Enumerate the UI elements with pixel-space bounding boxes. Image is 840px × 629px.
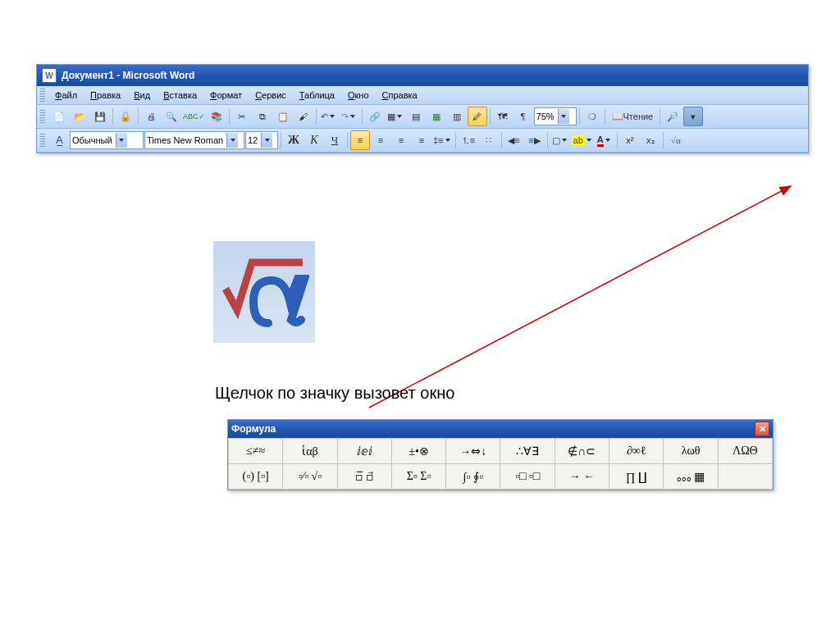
copy-icon[interactable]: ⧉ (253, 107, 272, 126)
word-app-icon: W (42, 68, 57, 83)
hyperlink-icon[interactable]: 🔗 (365, 107, 385, 126)
toolbar-separator (617, 132, 618, 148)
open-icon[interactable]: 📂 (70, 107, 89, 126)
line-spacing-icon[interactable]: ‡≡ (432, 130, 453, 150)
close-button[interactable]: ✕ (755, 422, 769, 436)
integral-button[interactable]: ∫▫ ∮▫ (446, 464, 500, 489)
toolbar-separator (347, 132, 348, 148)
fence-templates-button[interactable]: (▫) [▫] (229, 464, 283, 489)
equation-editor-button[interactable]: √α (666, 130, 686, 150)
save-icon[interactable]: 💾 (90, 107, 110, 126)
format-painter-icon[interactable]: 🖌 (294, 107, 313, 126)
superscript-button[interactable]: x² (620, 130, 640, 150)
menu-format[interactable]: Формат (203, 89, 249, 102)
underbar-overbar-button[interactable]: ▫□ ▫□ (500, 464, 555, 489)
toolbar-separator (663, 132, 664, 148)
print-icon[interactable]: 🖨 (141, 107, 161, 126)
tables-borders-icon[interactable]: ▦ (386, 107, 405, 126)
toolbar-grip-1[interactable] (40, 110, 45, 123)
menubar: Файл Правка Вид Вставка Формат Сервис Та… (37, 86, 808, 105)
styles-icon[interactable]: A̲ (49, 130, 69, 150)
zoom-combo[interactable]: 75% (534, 107, 577, 125)
columns-icon[interactable]: ▥ (447, 107, 467, 126)
permission-icon[interactable]: 🔓 (116, 107, 135, 126)
toolbar-separator (660, 108, 660, 125)
menubar-grip[interactable] (40, 89, 45, 102)
relational-symbols-button[interactable]: ≤≠≈ (229, 439, 283, 464)
underline-button[interactable]: Ч (325, 130, 345, 150)
bulleted-list-icon[interactable]: ∷ (479, 130, 499, 150)
new-doc-icon[interactable]: 📄 (49, 107, 69, 126)
product-button[interactable]: ∏ ∐ (609, 464, 664, 489)
window-title: Документ1 - Microsoft Word (62, 70, 194, 81)
matrix-button[interactable]: ₒₒₒ ▦ (664, 464, 718, 489)
toolbar-separator (281, 132, 281, 148)
subscript-button[interactable]: x₂ (641, 130, 660, 150)
menu-window[interactable]: Окно (341, 89, 376, 102)
arrow-symbols-button[interactable]: →⇔↓ (446, 439, 500, 464)
increase-indent-icon[interactable]: ≡▶ (525, 130, 545, 150)
menu-insert[interactable]: Вставка (157, 89, 203, 102)
labeled-arrow-button[interactable]: → ← (555, 464, 609, 489)
toolbar-separator (547, 132, 548, 148)
insert-table-icon[interactable]: ▤ (406, 107, 426, 126)
empty-cell[interactable] (719, 464, 772, 489)
paragraph-marks-icon[interactable]: ¶ (514, 107, 533, 126)
menu-view[interactable]: Вид (127, 89, 157, 102)
embellishments-button[interactable]: ⅈⅇⅈ (338, 439, 392, 464)
italic-button[interactable]: К (304, 130, 324, 150)
document-map-icon[interactable]: 🗺 (493, 107, 513, 126)
style-combo[interactable]: Обычный (70, 131, 144, 149)
numbered-list-icon[interactable]: ⒈≡ (459, 130, 478, 150)
summation-button[interactable]: Σ▫ Σ▫ (392, 464, 446, 489)
cut-icon[interactable]: ✂ (232, 107, 252, 126)
justify-icon[interactable]: ≡ (412, 130, 431, 150)
fraction-radical-button[interactable]: ▫⁄▫ √▫ (283, 464, 337, 489)
reading-layout-button[interactable]: 📖 Чтение (608, 107, 658, 126)
menu-table[interactable]: Таблица (293, 89, 341, 102)
toolbar-separator (229, 108, 230, 125)
spellcheck-icon[interactable]: ABC✓ (182, 107, 206, 126)
research-icon[interactable]: 📚 (207, 107, 226, 126)
menu-help[interactable]: Справка (376, 89, 424, 102)
misc-symbols-button[interactable]: ∂∞ℓ (609, 439, 664, 464)
greek-lowercase-button[interactable]: λωθ (664, 439, 718, 464)
menu-edit[interactable]: Правка (84, 89, 127, 102)
menu-service[interactable]: Сервис (249, 89, 293, 102)
help-icon[interactable]: ❍ (582, 107, 602, 126)
spaces-ellipses-button[interactable]: ἱαβ (283, 439, 337, 464)
greek-uppercase-button[interactable]: ΛΩΘ (719, 439, 772, 464)
operator-symbols-button[interactable]: ±•⊗ (392, 439, 446, 464)
align-right-icon[interactable]: ≡ (391, 130, 411, 150)
toolbar-grip-2[interactable] (40, 134, 45, 147)
font-combo[interactable]: Times New Roman (144, 131, 244, 149)
toolbar-separator (455, 132, 456, 148)
bold-button[interactable]: Ж (284, 130, 304, 150)
menu-file[interactable]: Файл (48, 89, 84, 102)
toolbar-separator (316, 108, 317, 125)
align-center-icon[interactable]: ≡ (371, 130, 390, 150)
toolbar-options-icon[interactable]: ▾ (683, 107, 703, 126)
toolbar-separator (112, 108, 113, 125)
toolbar-separator (362, 108, 363, 125)
redo-button[interactable]: ↷ (340, 107, 359, 126)
drawing-icon[interactable]: 🖉 (468, 107, 487, 126)
find-icon[interactable]: 🔎 (663, 107, 682, 126)
align-left-icon[interactable]: ≡ (350, 130, 370, 150)
formula-palette: ≤≠≈ ἱαβ ⅈⅇⅈ ±•⊗ →⇔↓ ∴∀∃ ∉∩⊂ ∂∞ℓ λωθ ΛΩΘ … (228, 438, 773, 490)
toolbar-separator (501, 132, 502, 148)
formula-window-title: Формула (231, 423, 276, 435)
sub-super-button[interactable]: ▫̅ ▫⃗ (338, 464, 392, 489)
undo-button[interactable]: ↶ (319, 107, 339, 126)
excel-icon[interactable]: ▦ (427, 107, 446, 126)
toolbar-separator (138, 108, 139, 125)
border-icon[interactable]: ▢ (550, 130, 570, 150)
font-color-button[interactable]: A (595, 130, 614, 150)
paste-icon[interactable]: 📋 (273, 107, 293, 126)
logical-symbols-button[interactable]: ∴∀∃ (500, 439, 555, 464)
set-theory-button[interactable]: ∉∩⊂ (555, 439, 609, 464)
highlight-button[interactable]: ab (571, 130, 594, 150)
decrease-indent-icon[interactable]: ◀≡ (504, 130, 524, 150)
font-size-combo[interactable]: 12 (245, 131, 278, 149)
print-preview-icon[interactable]: 🔍 (162, 107, 181, 126)
